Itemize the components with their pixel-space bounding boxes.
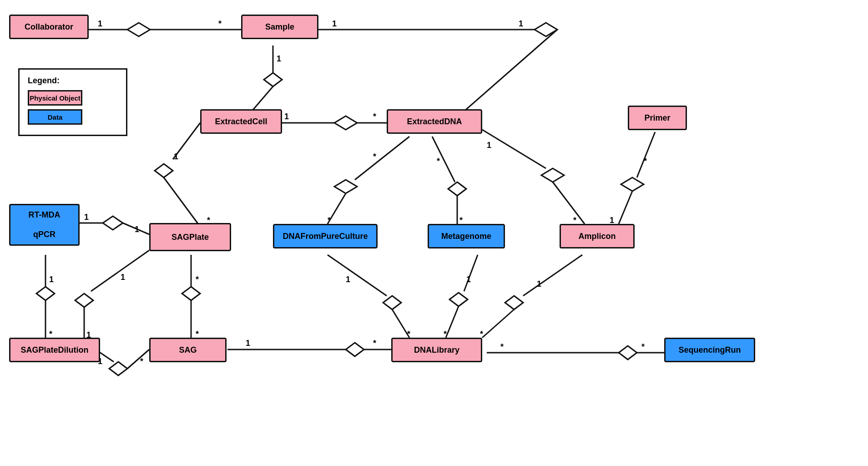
svg-line-35 <box>482 130 546 168</box>
svg-line-40 <box>637 132 655 177</box>
legend-data-item: Data <box>28 109 118 125</box>
svg-marker-61 <box>109 362 127 375</box>
svg-marker-76 <box>383 296 401 309</box>
svg-marker-71 <box>346 343 364 356</box>
dna-from-pure-culture-node: DNAFromPureCulture <box>273 224 378 248</box>
svg-text:*: * <box>218 19 222 28</box>
svg-text:*: * <box>373 112 376 121</box>
svg-text:*: * <box>573 216 576 225</box>
svg-text:*: * <box>373 152 376 161</box>
svg-marker-81 <box>449 293 468 306</box>
dna-library-node: DNALibrary <box>391 338 482 362</box>
rt-mda-node: RT-MDA <box>9 204 80 225</box>
svg-marker-6 <box>535 23 557 36</box>
metagenome-node: Metagenome <box>428 224 505 248</box>
collaborator-node: Collaborator <box>9 15 89 39</box>
svg-marker-31 <box>448 182 466 196</box>
svg-line-55 <box>91 250 149 291</box>
svg-line-85 <box>523 255 582 296</box>
svg-text:1: 1 <box>284 112 289 121</box>
svg-text:*: * <box>444 329 447 339</box>
svg-text:1: 1 <box>174 152 178 161</box>
legend-physical-color: Physical Object <box>28 90 82 106</box>
legend-physical-item: Physical Object <box>28 90 118 106</box>
svg-text:*: * <box>480 329 483 339</box>
svg-text:*: * <box>373 339 376 348</box>
svg-text:*: * <box>49 329 52 339</box>
diagram-container: 1 * 1 1 1 * 1 * 1 * * * <box>0 0 868 466</box>
svg-line-87 <box>482 309 514 338</box>
sag-node: SAG <box>149 338 227 362</box>
svg-text:*: * <box>500 342 504 351</box>
svg-marker-26 <box>334 180 357 193</box>
svg-marker-11 <box>264 73 282 86</box>
svg-marker-46 <box>103 216 123 230</box>
svg-text:*: * <box>328 216 331 225</box>
svg-marker-21 <box>334 116 357 130</box>
amplicon-node: Amplicon <box>560 224 635 248</box>
svg-marker-1 <box>127 23 150 36</box>
svg-text:*: * <box>437 157 440 166</box>
svg-marker-56 <box>75 294 93 307</box>
sequencing-run-node: SequencingRun <box>664 338 755 362</box>
svg-text:1: 1 <box>135 225 139 234</box>
svg-marker-41 <box>621 177 644 191</box>
legend-title: Legend: <box>28 76 118 86</box>
primer-node: Primer <box>628 106 687 130</box>
svg-text:*: * <box>644 157 647 166</box>
svg-text:1: 1 <box>519 19 523 28</box>
svg-line-82 <box>446 306 459 338</box>
svg-marker-91 <box>619 346 637 360</box>
svg-text:*: * <box>407 329 410 339</box>
svg-marker-16 <box>155 164 173 177</box>
svg-text:1: 1 <box>466 275 471 284</box>
svg-text:1: 1 <box>84 213 89 222</box>
svg-marker-66 <box>36 287 55 300</box>
svg-line-25 <box>355 137 409 180</box>
svg-text:1: 1 <box>610 216 614 225</box>
svg-text:1: 1 <box>346 275 350 284</box>
sample-node: Sample <box>241 15 318 39</box>
legend-data-color: Data <box>28 109 82 125</box>
svg-line-75 <box>328 255 387 296</box>
svg-marker-36 <box>541 168 564 182</box>
svg-text:1: 1 <box>487 141 491 150</box>
qpcr-node: qPCR <box>9 225 80 246</box>
svg-text:*: * <box>459 216 463 225</box>
extracted-dna-node: ExtractedDNA <box>387 109 482 134</box>
svg-text:*: * <box>140 357 143 366</box>
extracted-cell-node: ExtractedCell <box>200 109 282 134</box>
svg-text:1: 1 <box>246 339 250 348</box>
svg-text:1: 1 <box>98 19 102 28</box>
svg-line-30 <box>432 137 455 182</box>
svg-marker-51 <box>182 287 200 300</box>
svg-line-80 <box>464 255 478 291</box>
sagplate-dilution-node: SAGPlateDilution <box>9 338 100 362</box>
svg-text:1: 1 <box>49 275 54 284</box>
svg-text:1: 1 <box>332 19 337 28</box>
svg-line-17 <box>164 177 200 227</box>
svg-line-37 <box>553 182 585 224</box>
svg-text:1: 1 <box>277 54 281 63</box>
svg-line-7 <box>455 30 557 119</box>
rt-mda-qpcr-group: RT-MDA qPCR <box>9 204 80 246</box>
svg-text:1: 1 <box>121 273 125 282</box>
legend-box: Legend: Physical Object Data <box>18 68 127 136</box>
svg-text:*: * <box>196 275 199 284</box>
svg-text:*: * <box>196 329 199 339</box>
svg-line-62 <box>127 350 149 369</box>
sagplate-node: SAGPlate <box>149 223 231 251</box>
svg-text:1: 1 <box>537 279 541 289</box>
svg-line-42 <box>619 191 632 224</box>
svg-text:*: * <box>641 342 645 351</box>
svg-marker-86 <box>505 296 523 309</box>
